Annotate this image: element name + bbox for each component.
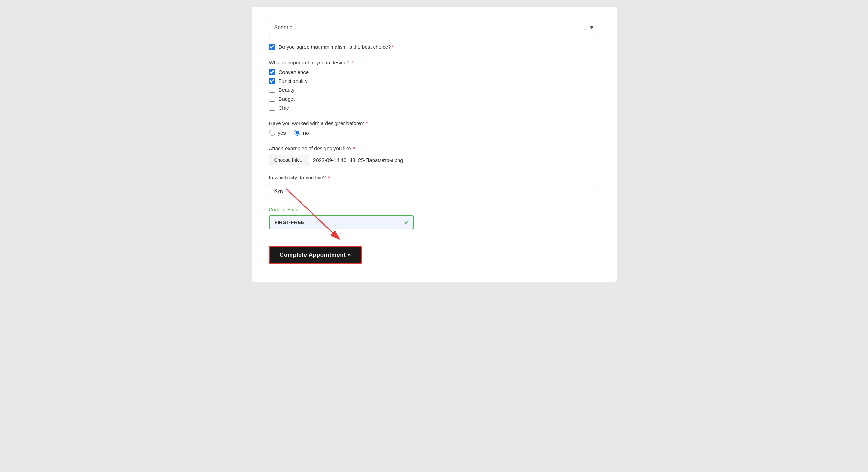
beauty-label[interactable]: Beauty	[279, 87, 295, 93]
required-star: *	[392, 44, 394, 50]
no-radio-row: no	[294, 130, 309, 136]
city-label: In which city do you live? *	[269, 175, 599, 180]
code-group: Code or Email ✔	[269, 207, 599, 229]
form-card: Second Do you agree that minimalism is t…	[252, 7, 617, 282]
dropdown-group: Second	[269, 21, 599, 34]
minimalism-checkbox[interactable]	[269, 44, 275, 50]
file-name: 2022-09-14 10_48_25-Параметры.png	[313, 157, 403, 163]
convenience-checkbox[interactable]	[269, 69, 275, 75]
minimalism-checkbox-row: Do you agree that minimalism is the best…	[269, 44, 599, 50]
design-importance-label: What is important to you in design? *	[269, 59, 599, 65]
beauty-checkbox[interactable]	[269, 87, 275, 93]
beauty-row: Beauty	[269, 87, 599, 93]
required-star-2: *	[350, 59, 354, 65]
designer-radio-group: yes no	[269, 130, 599, 136]
budget-checkbox[interactable]	[269, 96, 275, 102]
no-label[interactable]: no	[303, 130, 309, 136]
required-star-5: *	[326, 175, 330, 180]
complete-appointment-button[interactable]: Complete Appointment »	[269, 246, 362, 264]
yes-radio-row: yes	[269, 130, 286, 136]
required-star-4: *	[352, 145, 355, 151]
dropdown-wrapper: Second	[269, 21, 599, 34]
file-input-row: Choose File... 2022-09-14 10_48_25-Парам…	[269, 155, 599, 165]
convenience-label[interactable]: Convenience	[279, 69, 309, 75]
no-radio[interactable]	[294, 130, 300, 136]
required-star-3: *	[365, 120, 368, 126]
page-wrapper: Second Do you agree that minimalism is t…	[0, 0, 868, 472]
minimalism-group: Do you agree that minimalism is the best…	[269, 44, 599, 50]
functionality-row: Functionality	[269, 78, 599, 84]
attach-group: Attach examples of designs you like * Ch…	[269, 145, 599, 165]
budget-label[interactable]: Budget	[279, 96, 295, 102]
code-input-wrapper: ✔	[269, 215, 414, 229]
designer-group: Have you worked with a designer before? …	[269, 120, 599, 136]
design-importance-group: What is important to you in design? * Co…	[269, 59, 599, 111]
check-icon: ✔	[404, 219, 409, 226]
chic-row: Chic	[269, 105, 599, 111]
chic-label[interactable]: Chic	[279, 105, 289, 111]
minimalism-label[interactable]: Do you agree that minimalism is the best…	[279, 44, 394, 50]
convenience-row: Convenience	[269, 69, 599, 75]
designer-label: Have you worked with a designer before? …	[269, 120, 599, 126]
functionality-checkbox[interactable]	[269, 78, 275, 84]
city-group: In which city do you live? *	[269, 175, 599, 197]
yes-label[interactable]: yes	[278, 130, 286, 136]
code-label: Code or Email	[269, 207, 599, 212]
attach-label: Attach examples of designs you like *	[269, 145, 599, 151]
budget-row: Budget	[269, 96, 599, 102]
choose-file-button[interactable]: Choose File...	[269, 155, 309, 165]
functionality-label[interactable]: Functionality	[279, 78, 308, 84]
yes-radio[interactable]	[269, 130, 275, 136]
second-dropdown[interactable]: Second	[269, 21, 599, 34]
code-input[interactable]	[269, 215, 414, 229]
city-input[interactable]	[269, 184, 599, 197]
chic-checkbox[interactable]	[269, 105, 275, 111]
